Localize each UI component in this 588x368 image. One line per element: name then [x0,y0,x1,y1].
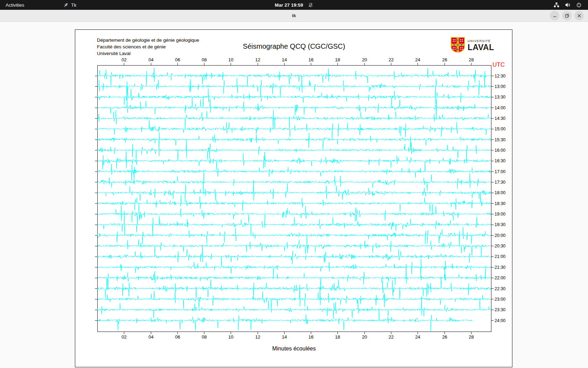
x-tick-label-bottom: 02 [121,334,126,340]
utc-time-label: 14:30 [495,116,505,121]
x-tick-label-bottom: 04 [148,334,153,340]
x-tick-label-bottom: 14 [282,334,287,340]
minimize-button[interactable] [550,11,559,20]
x-tick-label-top: 20 [362,57,367,62]
x-tick-label-bottom: 22 [388,334,393,340]
plot-border [98,66,491,332]
utc-time-label: 22:00 [495,275,505,280]
utc-time-label: 19:00 [495,212,505,217]
x-tick-label-top: 16 [308,57,313,62]
universite-laval-logo: UNIVERSITÉ LAVAL [450,37,494,54]
x-tick-label-top: 26 [442,57,447,62]
clock-button[interactable]: Mar 27 19:59 [275,0,313,10]
institution-line-2: Faculté des sciences et de génie [97,43,199,50]
seismic-trace-row [97,173,491,194]
power-icon [576,2,582,8]
restore-button[interactable] [562,11,572,20]
seismic-trace-row [97,225,491,246]
utc-time-label: 16:00 [495,148,505,153]
x-tick-label-top: 10 [228,57,233,62]
seismic-trace-row [97,76,491,98]
seismic-trace-row [97,110,491,129]
tk-app-indicator-label: Tk [71,2,76,8]
utc-time-label: 23:00 [495,297,505,302]
x-tick-label-bottom: 18 [335,334,340,340]
utc-time-label: 16:30 [495,158,505,163]
tk-feather-icon [63,2,69,8]
seismic-trace-row [97,98,491,120]
x-tick-label-bottom: 10 [228,334,233,340]
utc-time-label: 20:00 [495,233,505,238]
utc-time-label: 22:30 [495,286,505,291]
utc-time-label: 18:00 [495,190,505,195]
utc-time-label: 20:30 [495,244,505,248]
gnome-top-bar: Activities Tk Mar 27 19:59 [0,0,588,10]
seismic-trace-row [97,137,491,163]
x-tick-label-top: 28 [469,57,474,62]
x-tick-label-bottom: 06 [175,334,180,340]
utc-time-label: 24:00 [495,318,505,323]
institution-header: Département de géologie et de génie géol… [97,37,199,57]
plot-title: Séismographe QCQ (CGC/GSC) [243,42,345,50]
seismic-trace-row [97,193,491,215]
utc-time-label: 19:30 [495,222,505,227]
seismic-trace-row [97,150,491,170]
x-axis-title: Minutes écoulées [272,346,316,352]
helicorder-plot: 0202040406060808101012121414161618182020… [75,30,513,368]
utc-time-label: 15:00 [495,127,505,131]
seismic-trace-row [97,256,491,280]
x-tick-label-top: 18 [335,57,340,62]
seismic-trace-row [97,164,491,181]
x-tick-label-top: 08 [202,57,206,62]
seismic-trace-row [97,132,491,150]
utc-time-label: 13:00 [495,84,505,89]
logo-laval-text: LAVAL [468,43,494,52]
x-tick-label-bottom: 12 [255,334,260,340]
system-status-area[interactable] [554,0,588,10]
utc-time-label: 21:00 [495,254,505,259]
x-tick-label-bottom: 16 [308,334,313,340]
utc-time-label: 18:30 [495,201,505,206]
logo-universite-text: UNIVERSITÉ [468,40,494,43]
utc-time-label: 17:00 [495,169,505,174]
close-button[interactable] [574,11,584,20]
utc-time-label: 15:30 [495,137,505,142]
utc-time-label: 12:30 [495,74,505,79]
utc-time-label: 14:00 [495,105,505,110]
tk-app-indicator[interactable]: Tk [61,0,79,10]
window-title-bar: tk [0,10,588,22]
laval-shield-icon [450,37,465,54]
clock-label: Mar 27 19:59 [275,2,303,8]
wired-network-icon [554,2,559,8]
seismic-trace-row [97,277,491,299]
bell-slash-icon [308,2,313,8]
activities-button[interactable]: Activities [0,0,30,10]
utc-time-label: 21:30 [495,265,505,270]
window-title: tk [292,13,296,18]
seismograph-canvas: 0202040406060808101012121414161618182020… [75,29,512,367]
volume-icon [565,2,570,8]
x-tick-label-top: 12 [255,57,260,62]
institution-line-1: Département de géologie et de génie géol… [97,37,199,43]
x-tick-label-bottom: 24 [415,334,420,340]
utc-time-label: 13:30 [495,95,505,100]
x-tick-label-bottom: 28 [469,334,474,340]
utc-label: UTC [492,61,505,68]
x-tick-label-top: 14 [282,57,287,62]
utc-time-label: 17:30 [495,180,505,185]
x-tick-label-bottom: 20 [362,334,367,340]
seismic-trace-row [97,245,491,264]
seismic-trace-row [97,116,491,140]
x-tick-label-top: 22 [388,57,393,62]
utc-time-label: 23:30 [495,307,505,312]
x-tick-label-top: 04 [148,57,153,62]
seismic-trace-row [97,235,491,257]
x-tick-label-bottom: 08 [202,334,206,340]
x-tick-label-top: 02 [121,57,126,62]
seismic-trace-row [97,180,491,202]
x-tick-label-bottom: 26 [442,334,447,340]
x-tick-label-top: 24 [415,57,420,62]
seismic-trace-row [97,68,491,86]
x-tick-label-top: 06 [175,57,180,62]
institution-line-3: Université Laval [97,50,199,57]
